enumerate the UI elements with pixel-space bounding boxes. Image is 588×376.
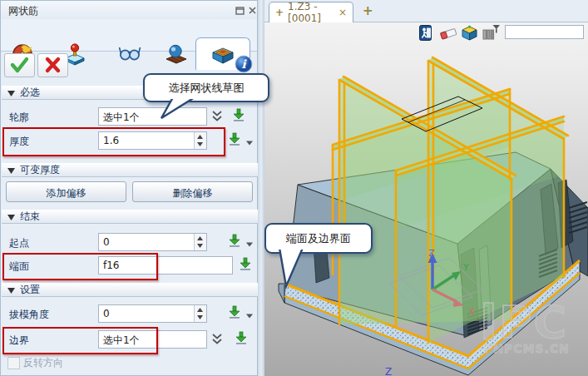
start-pick-arrow-icon[interactable] bbox=[227, 233, 242, 250]
callout-end-face-tail bbox=[274, 250, 313, 291]
contour-pick-arrow-icon[interactable] bbox=[231, 107, 246, 125]
exit-sketch-icon[interactable] bbox=[419, 24, 433, 44]
add-offset-button[interactable]: 添加偏移 bbox=[6, 181, 126, 202]
tab-plus-icon: + bbox=[275, 7, 284, 18]
draft-dropdown-caret-icon[interactable] bbox=[245, 310, 254, 322]
ok-button[interactable] bbox=[4, 53, 35, 77]
section-settings-title: 设置 bbox=[20, 283, 40, 297]
dialog-title: 网状筋 bbox=[8, 4, 38, 18]
dialog-titlebar: 网状筋 bbox=[1, 1, 257, 19]
show-target-box-icon[interactable] bbox=[461, 24, 478, 44]
axis-y-label: Y bbox=[462, 262, 469, 273]
end-face-highlight-box bbox=[2, 253, 158, 280]
draft-pick-arrow-icon[interactable] bbox=[227, 304, 242, 322]
glasses-icon[interactable] bbox=[117, 41, 142, 66]
reverse-direction-checkbox[interactable] bbox=[7, 357, 20, 369]
tab-title: 1.Z3 - [0001] bbox=[288, 1, 334, 24]
callout-sketch: 选择网状线草图 bbox=[143, 73, 269, 102]
info-button[interactable]: i bbox=[234, 54, 254, 74]
callout-sketch-tail bbox=[156, 99, 200, 121]
dialog-toolbar bbox=[1, 19, 257, 52]
start-label: 起点 bbox=[9, 236, 29, 250]
cancel-button[interactable] bbox=[37, 53, 68, 77]
float-window-icon[interactable] bbox=[235, 5, 245, 16]
new-tab-button[interactable]: + bbox=[363, 3, 373, 18]
filter-icon[interactable] bbox=[482, 24, 501, 44]
eraser-icon[interactable] bbox=[439, 24, 458, 44]
thickness-pick-arrow-icon[interactable] bbox=[227, 131, 242, 149]
mesh-rib-dialog: 网状筋 bbox=[0, 0, 258, 376]
graphics-viewport[interactable]: + 1.Z3 - [0001] × + bbox=[264, 0, 588, 376]
reverse-direction-label: 反转方向 bbox=[23, 356, 63, 370]
section-end-title: 结束 bbox=[20, 210, 40, 224]
collapse-triangle-icon bbox=[7, 167, 15, 174]
draft-angle-label: 拔模角度 bbox=[9, 308, 49, 322]
boundary-pick-arrow-icon[interactable] bbox=[234, 330, 249, 348]
end-face-pick-arrow-icon[interactable] bbox=[238, 256, 253, 274]
draft-angle-field[interactable]: 0 bbox=[98, 304, 207, 323]
panel-splitter[interactable] bbox=[258, 0, 264, 376]
start-dropdown-caret-icon[interactable] bbox=[245, 239, 254, 250]
boundary-expand-chevrons-icon[interactable] bbox=[210, 332, 224, 349]
close-icon[interactable] bbox=[247, 5, 258, 16]
start-spinner[interactable] bbox=[194, 234, 206, 250]
section-required-title: 必选 bbox=[20, 86, 40, 100]
tab-close-icon[interactable]: × bbox=[338, 7, 347, 18]
section-variable-thickness[interactable]: 可变厚度 bbox=[2, 163, 258, 177]
contour-expand-chevrons-icon[interactable] bbox=[210, 109, 224, 126]
section-variable-title: 可变厚度 bbox=[20, 163, 60, 177]
section-settings[interactable]: 设置 bbox=[2, 283, 258, 297]
document-tab[interactable]: + 1.Z3 - [0001] × bbox=[269, 2, 353, 22]
section-end[interactable]: 结束 bbox=[2, 210, 258, 224]
sphere-icon[interactable] bbox=[164, 41, 189, 66]
view-corner-axis-label: Z bbox=[385, 366, 392, 376]
filter-input[interactable] bbox=[505, 25, 584, 39]
watermark-logo: PC bbox=[499, 296, 568, 349]
collapse-triangle-icon bbox=[7, 287, 15, 294]
boundary-highlight-box bbox=[2, 327, 158, 354]
mesh-rib-box-icon[interactable] bbox=[210, 42, 235, 67]
contour-label: 轮廓 bbox=[9, 111, 29, 125]
collapse-triangle-icon bbox=[7, 214, 15, 220]
axis-z-label: Z bbox=[428, 248, 435, 259]
thickness-highlight-box bbox=[2, 127, 225, 156]
thickness-dropdown-caret-icon[interactable] bbox=[245, 137, 254, 149]
axis-x-label: X bbox=[468, 306, 475, 317]
delete-offset-button[interactable]: 删除偏移 bbox=[132, 181, 253, 202]
watermark-text: PHPCMS.CN bbox=[484, 342, 570, 355]
draft-spinner[interactable] bbox=[194, 305, 206, 322]
start-field[interactable]: 0 bbox=[98, 233, 207, 251]
model-3d-view[interactable]: Z Y X PC PHPCMS.CN bbox=[264, 0, 588, 376]
collapse-triangle-icon bbox=[7, 90, 15, 96]
